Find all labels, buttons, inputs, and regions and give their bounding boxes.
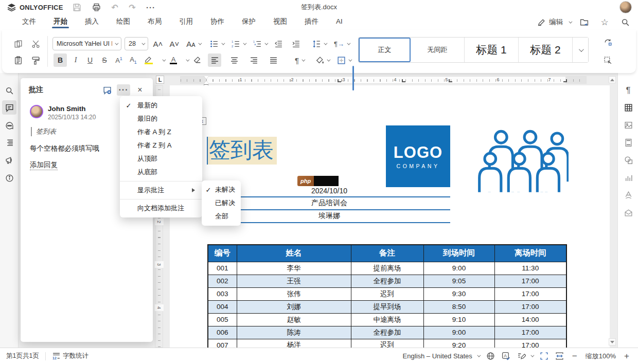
replace-button[interactable] xyxy=(601,35,614,48)
decrease-indent-button[interactable] xyxy=(272,37,285,50)
table-cell[interactable]: 迟到 xyxy=(351,339,423,348)
submenu-item-all[interactable]: 全部 xyxy=(202,210,241,223)
tab-selector-box[interactable]: L xyxy=(156,76,164,84)
doc-heading[interactable]: 签到表 xyxy=(207,137,277,165)
tab-file[interactable]: 文件 xyxy=(13,14,45,30)
add-comment-button[interactable] xyxy=(100,84,114,96)
table-cell[interactable]: 005 xyxy=(208,313,237,326)
align-left-button[interactable] xyxy=(208,53,221,67)
sidebar-chat-button[interactable] xyxy=(2,118,16,133)
tab-ai[interactable]: AI xyxy=(327,14,351,30)
menu-item-author-az[interactable]: 作者 A 到 Z xyxy=(120,125,202,139)
favorite-button[interactable]: ☆ xyxy=(597,16,612,28)
subscript-button[interactable]: A1 xyxy=(127,53,140,67)
submenu-item-unresolved[interactable]: ✓ 未解决 xyxy=(202,183,241,196)
tab-view[interactable]: 视图 xyxy=(264,14,296,30)
tab-home[interactable]: 开始 xyxy=(45,14,76,30)
fit-page-button[interactable] xyxy=(540,352,548,360)
tab-references[interactable]: 引用 xyxy=(170,14,202,30)
table-cell[interactable]: 杨洋 xyxy=(237,339,351,348)
table-cell[interactable]: 赵敏 xyxy=(237,313,351,326)
sidebar-comments-button[interactable] xyxy=(2,100,16,115)
table-cell[interactable]: 迟到 xyxy=(351,287,423,300)
table-row[interactable]: 005 赵敏 中途离场 9:10 14:00 xyxy=(208,313,566,326)
sidebar-feedback-button[interactable] xyxy=(2,153,16,167)
submenu-item-resolved[interactable]: 已解决 xyxy=(202,196,241,210)
scroll-down-button[interactable] xyxy=(609,338,616,345)
tab-draw[interactable]: 绘图 xyxy=(108,14,139,30)
scroll-up-button[interactable] xyxy=(609,76,616,83)
form-field-date[interactable]: 2024/10/10 xyxy=(208,185,450,197)
mail-merge-button[interactable] xyxy=(624,208,633,217)
table-cell[interactable]: 提前离场 xyxy=(351,262,423,275)
table-cell[interactable]: 提早到场 xyxy=(351,300,423,313)
paragraph-direction-button[interactable]: ¶→ xyxy=(332,37,351,50)
right-indent-marker[interactable] xyxy=(563,79,567,82)
clear-formatting-button[interactable] xyxy=(190,53,204,67)
search-button[interactable] xyxy=(617,16,633,28)
numbered-list-button[interactable]: 12 xyxy=(229,37,247,50)
close-comments-button[interactable]: × xyxy=(133,84,147,96)
word-count-button[interactable]: 12 字数统计 xyxy=(52,352,88,360)
table-cell[interactable]: 中途离场 xyxy=(351,313,423,326)
styles-gallery-expand[interactable] xyxy=(573,38,588,62)
highlight-color-button[interactable] xyxy=(142,53,155,67)
table-cell[interactable]: 17:00 xyxy=(494,300,566,313)
copy-button[interactable] xyxy=(11,37,25,50)
table-row[interactable]: 006 陈涛 全程参加 9:00 17:00 xyxy=(208,326,566,339)
table-cell[interactable]: 003 xyxy=(208,287,237,300)
table-row[interactable]: 001 李华 提前离场 9:00 11:30 xyxy=(208,262,566,275)
bold-button[interactable]: B xyxy=(54,53,67,67)
style-heading1[interactable]: 标题 1 xyxy=(465,38,519,62)
textart-settings-button[interactable] xyxy=(624,190,633,199)
comments-sort-button[interactable]: ··· xyxy=(117,84,130,96)
style-heading2[interactable]: 标题 2 xyxy=(519,38,573,62)
menu-item-from-top[interactable]: 从顶部 xyxy=(120,152,202,166)
table-cell[interactable]: 9:30 xyxy=(423,287,494,300)
menu-item-from-bottom[interactable]: 从底部 xyxy=(120,166,202,179)
tab-plugins[interactable]: 插件 xyxy=(296,14,327,30)
table-cell[interactable]: 9:20 xyxy=(423,339,494,348)
bullet-list-button[interactable] xyxy=(208,37,225,50)
align-justify-button[interactable] xyxy=(267,53,280,67)
table-cell[interactable]: 全程参加 xyxy=(351,326,423,339)
table-cell[interactable]: 17:00 xyxy=(494,287,566,300)
menu-item-add-comment-to-document[interactable]: 向文档添加批注 xyxy=(120,202,202,215)
signin-table[interactable]: 编号 姓名 备注 到场时间 离场时间 001 李华 提前离场 9:00 11:3… xyxy=(207,244,567,348)
tab-stop-marker[interactable] xyxy=(449,79,452,82)
align-right-button[interactable] xyxy=(247,53,260,67)
table-row[interactable]: 004 刘娜 提早到场 8:50 17:00 xyxy=(208,300,566,313)
table-cell[interactable]: 11:30 xyxy=(494,262,566,275)
tab-stop-marker[interactable] xyxy=(402,79,405,82)
table-cell[interactable]: 002 xyxy=(208,275,237,287)
increase-indent-button[interactable] xyxy=(289,37,303,50)
multilevel-list-button[interactable]: 1a xyxy=(251,37,269,50)
table-cell[interactable]: 9:05 xyxy=(423,275,494,287)
zoom-out-button[interactable]: − xyxy=(571,351,579,361)
shading-button[interactable] xyxy=(313,53,331,67)
table-row[interactable]: 003 张伟 迟到 9:30 17:00 xyxy=(208,287,566,300)
menu-item-oldest[interactable]: 最旧的 xyxy=(120,112,202,125)
editing-mode-selector[interactable]: 编辑 xyxy=(537,17,571,27)
table-cell[interactable]: 17:00 xyxy=(494,339,566,348)
sidebar-search-button[interactable] xyxy=(2,83,16,98)
save-button[interactable] xyxy=(69,1,84,13)
tab-layout[interactable]: 布局 xyxy=(139,14,170,30)
table-settings-button[interactable] xyxy=(624,103,633,112)
headers-footers-button[interactable] xyxy=(624,138,633,147)
tab-insert[interactable]: 插入 xyxy=(76,14,108,30)
cut-button[interactable] xyxy=(29,37,42,50)
style-no-spacing[interactable]: 无间距 xyxy=(411,38,465,62)
table-row[interactable]: 007 杨洋 迟到 9:20 17:00 xyxy=(208,339,566,348)
decrease-font-button[interactable]: A˅ xyxy=(168,37,181,50)
company-logo-image[interactable]: LOGO COMPANY xyxy=(386,125,450,187)
table-cell[interactable]: 陈涛 xyxy=(237,326,351,339)
people-group-image[interactable] xyxy=(476,129,569,192)
line-spacing-button[interactable] xyxy=(310,37,328,50)
nonprinting-chars-button[interactable]: ¶ xyxy=(290,53,309,67)
table-cell[interactable]: 9:10 xyxy=(423,313,494,326)
form-field-host[interactable]: 埃琳娜 xyxy=(208,211,450,223)
change-case-button[interactable]: Aᴀ xyxy=(184,37,203,50)
zoom-in-button[interactable]: + xyxy=(623,351,631,361)
table-cell[interactable]: 007 xyxy=(208,339,237,348)
